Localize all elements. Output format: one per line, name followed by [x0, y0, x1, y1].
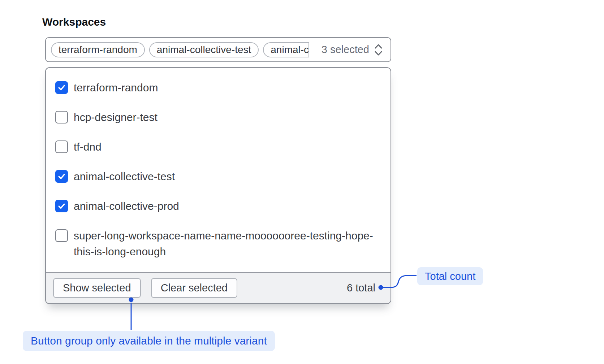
multiselect-trigger[interactable]: terraform-random animal-collective-test … [45, 37, 391, 62]
check-icon [57, 172, 66, 181]
option-label: super-long-workspace-name-name-moooooore… [74, 228, 380, 260]
check-icon [57, 83, 66, 92]
check-icon [57, 202, 66, 211]
annotation-total-count: Total count [417, 267, 483, 285]
option-list: terraform-random hcp-designer-test tf-dn… [46, 68, 391, 272]
option-checkbox[interactable] [55, 81, 68, 94]
option-checkbox[interactable] [55, 170, 68, 183]
option-row[interactable]: tf-dnd [46, 132, 391, 162]
option-row[interactable]: animal-collective-test [46, 162, 391, 191]
option-label: hcp-designer-test [74, 109, 158, 125]
multiselect-dropdown: terraform-random hcp-designer-test tf-dn… [45, 67, 391, 304]
show-selected-button[interactable]: Show selected [53, 278, 141, 298]
option-checkbox[interactable] [55, 140, 68, 153]
selected-count-label: 3 selected [316, 44, 369, 56]
selected-tag: terraform-random [51, 42, 145, 57]
field-label-workspaces: Workspaces [42, 16, 106, 28]
option-label: terraform-random [74, 80, 158, 96]
dropdown-footer: Show selected Clear selected 6 total [46, 272, 391, 303]
annotation-button-group: Button group only available in the multi… [23, 331, 275, 351]
option-row[interactable]: hcp-designer-test [46, 103, 391, 132]
option-row[interactable]: animal-collective-prod [46, 191, 391, 221]
option-row[interactable]: super-long-workspace-name-name-moooooore… [46, 221, 391, 266]
clear-selected-button[interactable]: Clear selected [151, 278, 237, 298]
option-checkbox[interactable] [55, 111, 68, 124]
total-count-text: 6 total [347, 282, 375, 294]
option-checkbox[interactable] [55, 200, 68, 212]
caret-sort-icon [374, 43, 383, 57]
option-label: animal-collective-test [74, 169, 175, 185]
selected-tag: animal-collective-test [149, 42, 259, 57]
option-row[interactable]: terraform-random [46, 73, 391, 103]
option-label: animal-collective-prod [74, 198, 179, 214]
option-checkbox[interactable] [55, 229, 68, 242]
selected-tag-truncated: animal-collective-prod [263, 42, 309, 57]
option-label: tf-dnd [74, 139, 102, 155]
